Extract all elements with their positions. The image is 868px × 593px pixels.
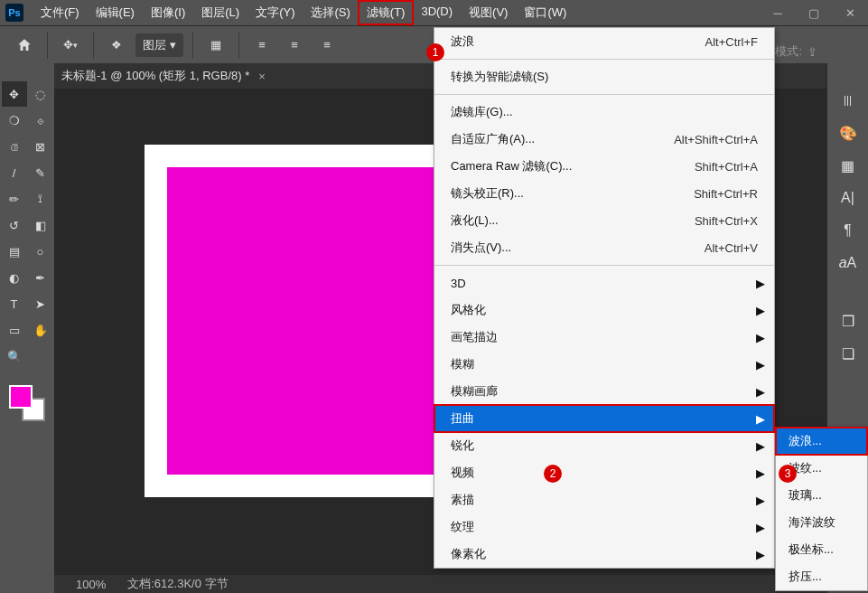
lasso-tool[interactable]: ❍ [2,108,27,133]
color-swatches[interactable] [9,385,45,421]
menu-item-label: 视频 [451,465,758,481]
menu-item-label: 模糊画廊 [451,383,758,400]
menu-文字[interactable]: 文字(Y) [247,1,303,24]
eraser-tool[interactable]: ◧ [28,212,53,238]
zoom-level[interactable]: 100% [76,578,106,591]
menu-图像[interactable]: 图像(I) [143,1,193,24]
paragraph-icon[interactable]: ¶ [838,221,858,240]
home-button[interactable] [11,32,38,59]
filter-menu-item[interactable]: 风格化▶ [434,296,774,324]
gradient-tool[interactable]: ▤ [2,239,27,264]
dodge-tool[interactable]: ◐ [2,265,27,290]
submenu-arrow-icon: ▶ [756,358,765,372]
app-logo: Ps [5,4,23,22]
layers-panel-icon[interactable]: ❏ [838,344,858,363]
move-tool[interactable]: ✥ [2,81,27,107]
glyph-icon[interactable]: aA [838,253,858,273]
move-tool-icon[interactable]: ✥▾ [57,32,84,59]
filter-menu-item[interactable]: 模糊画廊▶ [434,378,774,405]
menu-item-accel: Shift+Ctrl+X [695,214,758,228]
stamp-tool[interactable]: ⟟ [28,186,53,212]
filter-menu-item[interactable]: 画笔描边▶ [434,324,774,351]
filter-menu-item[interactable]: 视频▶ [434,459,774,486]
hand-tool[interactable]: ✋ [28,317,53,343]
submenu-item[interactable]: 海洋波纹 [776,509,867,536]
document-tab-title: 未标题-1 @ 100% (矩形 1, RGB/8) * [61,68,249,84]
frame-tool[interactable]: ⊠ [28,134,53,159]
crop-tool[interactable]: ⟃ [2,134,27,159]
eyedropper-tool[interactable]: / [2,160,27,185]
fg-color[interactable] [9,385,33,409]
menu-滤镜[interactable]: 滤镜(T) [359,1,414,24]
healing-tool[interactable]: ✎ [28,160,53,185]
maximize-button[interactable]: ▢ [796,0,832,25]
menu-视图[interactable]: 视图(V) [461,1,516,24]
filter-menu-item[interactable]: 转换为智能滤镜(S) [434,63,774,90]
filter-menu-item[interactable]: 滤镜库(G)... [434,99,774,126]
close-tab-icon[interactable]: × [258,70,266,83]
cube-icon[interactable]: ❒ [838,311,858,331]
menu-编辑[interactable]: 编辑(E) [88,1,143,24]
menu-item-label: 扭曲 [451,410,758,427]
zoom-tool[interactable]: 🔍 [2,344,27,369]
submenu-item[interactable]: 极坐标... [776,536,867,563]
rect-tool[interactable]: ▭ [2,317,27,343]
filter-menu-item[interactable]: Camera Raw 滤镜(C)...Shift+Ctrl+A [434,153,774,180]
filter-menu-item[interactable]: 模糊▶ [434,351,774,378]
align-center-icon[interactable]: ≡ [281,32,308,59]
swatches-icon[interactable]: ▦ [838,155,858,175]
layer-select[interactable]: 图层▾ [135,33,183,57]
minimize-button[interactable]: ─ [760,0,796,25]
color-icon[interactable]: 🎨 [838,123,858,143]
history-tool[interactable]: ↺ [2,212,27,238]
pen-tool[interactable]: ✒ [28,265,53,290]
menu-窗口[interactable]: 窗口(W) [516,1,574,24]
menu-item-label: 3D [451,277,758,290]
filter-menu-item[interactable]: 像素化▶ [434,541,774,568]
marquee-tool[interactable]: ◌ [28,81,53,107]
filter-menu-item[interactable]: 纹理▶ [434,513,774,541]
filter-menu-item[interactable]: 自适应广角(A)...Alt+Shift+Ctrl+A [434,126,774,153]
submenu-arrow-icon: ▶ [756,412,765,426]
filter-menu-item[interactable]: 3D▶ [434,269,774,296]
filter-menu-item[interactable]: 锐化▶ [434,432,774,459]
toolbox: ✥◌❍⟐⟃⊠/✎✏⟟↺◧▤○◐✒T➤▭✋🔍 [0,63,54,593]
menu-item-accel: Shift+Ctrl+A [695,160,758,174]
submenu-item[interactable]: 玻璃... [776,482,867,509]
path-select-tool[interactable]: ➤ [28,291,53,316]
quick-select-tool[interactable]: ⟐ [28,108,53,133]
align-icon-1[interactable]: ▦ [202,32,229,59]
filter-menu-item[interactable]: 波浪Alt+Ctrl+F [434,28,774,55]
menu-文件[interactable]: 文件(F) [33,1,88,24]
type-tool[interactable]: T [2,291,27,316]
blur-tool[interactable]: ○ [28,239,53,264]
filter-menu-item[interactable]: 镜头校正(R)...Shift+Ctrl+R [434,180,774,207]
menu-选择[interactable]: 选择(S) [303,1,358,24]
histogram-icon[interactable]: ⫼ [838,90,858,110]
blend-mode-label: 模式:⇪ [775,43,817,60]
share-icon[interactable]: ⇪ [807,45,817,59]
menu-item-accel: Alt+Shift+Ctrl+A [674,133,758,146]
layers-icon[interactable]: ❖ [103,32,130,59]
close-button[interactable]: ✕ [832,0,868,25]
submenu-arrow-icon: ▶ [756,277,765,290]
menu-item-label: 锐化 [451,438,758,454]
char-icon[interactable]: A| [838,188,858,208]
filter-menu-item[interactable]: 扭曲▶ [434,405,774,432]
submenu-arrow-icon: ▶ [756,439,765,453]
rectangle-shape[interactable] [167,167,456,475]
canvas[interactable] [145,145,479,497]
submenu-item[interactable]: 挤压... [776,563,867,590]
menu-item-accel: Alt+Ctrl+V [705,241,758,255]
align-right-icon[interactable]: ≡ [313,32,341,59]
filter-menu-item[interactable]: 素描▶ [434,486,774,513]
filter-menu-item[interactable]: 消失点(V)...Alt+Ctrl+V [434,234,774,261]
menu-item-accel: Alt+Ctrl+F [705,35,758,49]
submenu-arrow-icon: ▶ [756,331,765,344]
menu-图层[interactable]: 图层(L) [193,1,247,24]
menu-3d[interactable]: 3D(D) [413,1,461,24]
filter-menu-item[interactable]: 液化(L)...Shift+Ctrl+X [434,207,774,234]
submenu-item[interactable]: 波浪... [776,428,867,455]
align-left-icon[interactable]: ≡ [248,32,275,59]
brush-tool[interactable]: ✏ [2,186,27,212]
